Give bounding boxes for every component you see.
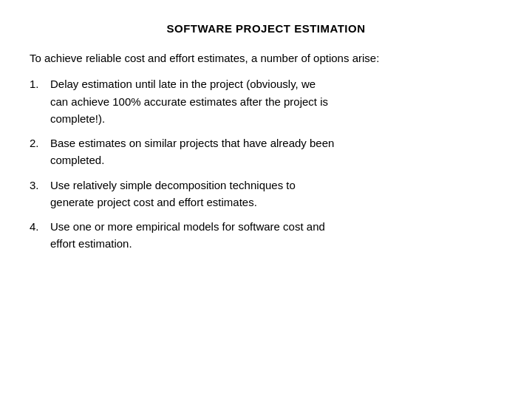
slide-content: To achieve reliable cost and effort esti… [30,50,502,260]
list-number-4: 4. [30,218,50,235]
intro-text: To achieve reliable cost and effort esti… [30,50,502,66]
list-number-2: 2. [30,134,50,151]
list-item-4: 4. Use one or more empirical models for … [30,218,502,253]
list-number-1: 1. [30,75,50,92]
list-item-2-row: 2. Base estimates on similar projects th… [30,134,502,169]
list-item-4-line1: Use one or more empirical models for sof… [50,218,325,235]
list-item-2: 2. Base estimates on similar projects th… [30,134,502,169]
list-number-3: 3. [30,177,50,194]
list-item-3-row: 3. Use relatively simple decomposition t… [30,177,502,211]
slide-title: SOFTWARE PROJECT ESTIMATION [166,22,365,35]
list-item-2-line1: Base estimates on similar projects that … [50,134,334,151]
list-item-3-line2: generate project cost and effort estimat… [50,194,296,211]
list-item-1-row: 1. Delay estimation until late in the pr… [30,75,502,127]
intro-text-content: To achieve reliable cost and effort esti… [30,52,379,64]
list-item-1-line1: Delay estimation until late in the proje… [50,75,328,92]
list-item-1-line2: can achieve 100% accurate estimates afte… [50,93,328,110]
list-item-3: 3. Use relatively simple decomposition t… [30,177,502,211]
list-item-1: 1. Delay estimation until late in the pr… [30,75,502,127]
list-item-4-row: 4. Use one or more empirical models for … [30,218,502,253]
list-item-4-line2: effort estimation. [50,235,325,252]
list-item-2-line2: completed. [50,151,334,168]
slide-container: SOFTWARE PROJECT ESTIMATION To achieve r… [0,0,532,399]
list-item-3-line1: Use relatively simple decomposition tech… [50,177,296,194]
list-item-1-line3: complete!). [50,110,328,127]
